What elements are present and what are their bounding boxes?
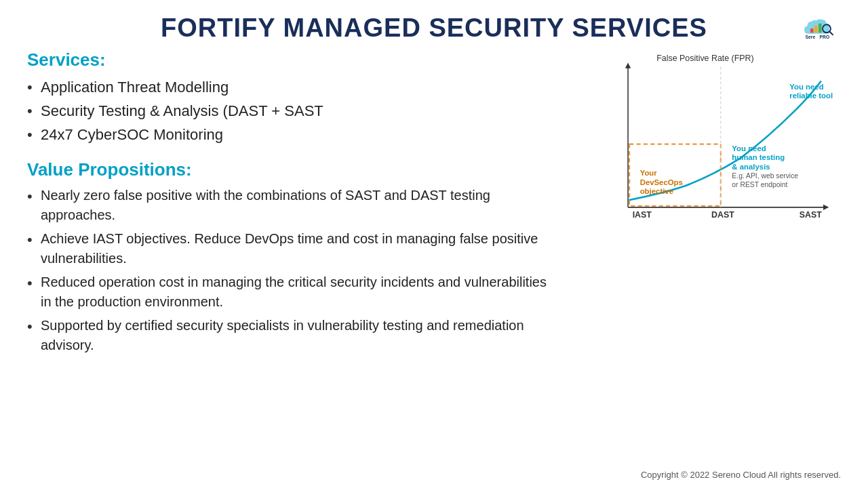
- list-item: Security Testing & Analysis (DAST + SAST: [27, 100, 549, 122]
- svg-text:DAST: DAST: [711, 210, 734, 220]
- value-props-title: Value Propositions:: [27, 159, 549, 180]
- footer-copyright: Copyright © 2022 Sereno Cloud All rights…: [641, 470, 841, 480]
- content-area: Services: Application Threat Modelling S…: [27, 49, 841, 369]
- svg-text:SAST: SAST: [800, 210, 823, 220]
- value-props-section: Value Propositions: Nearly zero false po…: [27, 159, 549, 355]
- list-item: 24x7 CyberSOC Monitoring: [27, 123, 549, 146]
- svg-marker-9: [625, 63, 631, 68]
- list-item: Achieve IAST objectives. Reduce DevOps t…: [27, 229, 549, 268]
- svg-text:DevSecOps: DevSecOps: [640, 178, 683, 186]
- svg-text:human testing: human testing: [732, 153, 785, 161]
- svg-marker-10: [823, 205, 829, 210]
- chart-panel: False Positive Rate (FPR) Your: [570, 49, 841, 369]
- svg-text:Your: Your: [640, 169, 658, 177]
- list-item: Supported by certified security speciali…: [27, 316, 549, 355]
- svg-text:reliable tool: reliable tool: [789, 92, 833, 100]
- page-title: FORTIFY MANAGED SECURITY SERVICES: [161, 14, 707, 43]
- page: FORTIFY MANAGED SECURITY SERVICES Sere P…: [0, 0, 868, 488]
- services-list: Application Threat Modelling Security Te…: [27, 76, 549, 146]
- list-item: Reduced operation cost in managing the c…: [27, 272, 549, 312]
- svg-text:E.g. API, web service: E.g. API, web service: [732, 172, 798, 180]
- svg-text:IAST: IAST: [633, 210, 652, 220]
- svg-text:or REST endpoint: or REST endpoint: [732, 181, 787, 188]
- logo-icon: Sere PRO: [800, 14, 841, 41]
- list-item: Nearly zero false positive with the comb…: [27, 186, 549, 225]
- svg-text:Sere: Sere: [806, 35, 816, 39]
- svg-rect-2: [818, 24, 822, 33]
- chart-container: False Positive Rate (FPR) Your: [570, 53, 841, 249]
- services-section: Services: Application Threat Modelling S…: [27, 49, 549, 146]
- svg-text:You need: You need: [789, 83, 823, 91]
- svg-text:You need: You need: [732, 144, 766, 152]
- svg-rect-0: [810, 28, 814, 33]
- y-axis-label: False Positive Rate (FPR): [656, 54, 753, 63]
- services-title: Services:: [27, 49, 549, 70]
- left-panel: Services: Application Threat Modelling S…: [27, 49, 556, 369]
- svg-line-4: [830, 32, 833, 35]
- svg-text:objective: objective: [640, 187, 673, 195]
- header: FORTIFY MANAGED SECURITY SERVICES Sere P…: [27, 14, 841, 43]
- svg-text:PRO: PRO: [820, 35, 830, 39]
- list-item: Application Threat Modelling: [27, 76, 549, 98]
- value-props-list: Nearly zero false positive with the comb…: [27, 186, 549, 355]
- svg-rect-1: [814, 26, 818, 33]
- logo: Sere PRO: [800, 14, 841, 41]
- chart-svg: False Positive Rate (FPR) Your: [570, 53, 841, 249]
- svg-text:& analysis: & analysis: [732, 163, 770, 171]
